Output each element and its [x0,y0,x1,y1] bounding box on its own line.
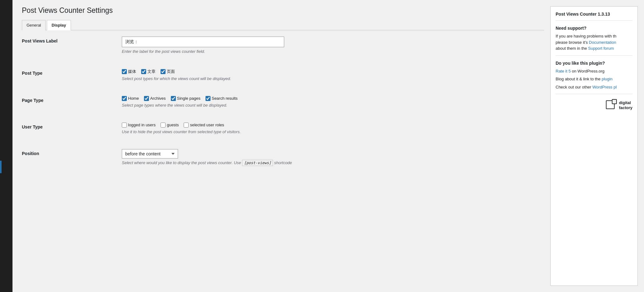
widget-rate-suffix: on WordPress.org [572,69,605,73]
post-type-hint: Select post types for which the views co… [122,76,544,81]
widget-documentation-link[interactable]: Documentation [589,40,616,45]
widget-support-mid: please browse it's [556,40,588,45]
tabs-container: General Display [22,20,544,30]
widget-rate-text: Rate it 5 on WordPress.org [556,68,632,74]
page-type-checkboxes: Home Archives Single pages Search r [122,96,544,101]
post-views-label-input[interactable] [122,37,284,47]
position-label: Position [22,149,122,156]
position-hint-suffix: shortcode [274,160,292,165]
page-type-search-label[interactable]: Search results [212,96,238,101]
widget-support-text: If you are having problems with th pleas… [556,33,632,52]
digital-factory-logo: digital factory [556,99,632,111]
widget-plugin-link[interactable]: plugin [602,77,612,81]
widget-plugin-name: Post Views Counter 1.3.13 [556,12,632,17]
page-type-search-checkbox[interactable] [206,96,211,101]
tab-display[interactable]: Display [47,20,71,30]
position-select[interactable]: before the content after the content man… [122,149,178,159]
tab-general[interactable]: General [22,20,46,30]
main-content: Post Views Counter Settings General Disp… [12,0,644,292]
widget-checkout-prefix: Check out our other [556,85,591,89]
page-type-archives-item: Archives [144,96,166,101]
widget-support-title: Need support? [556,26,632,31]
widget-support-prefix: If you are having problems with th [556,34,616,38]
sidebar [0,0,12,292]
user-type-hint: Use it to hide the post views counter fr… [122,129,544,134]
post-type-media-checkbox[interactable] [122,69,127,74]
page-type-hint: Select page types where the views count … [122,103,544,108]
page-type-control: Home Archives Single pages Search r [122,96,544,108]
user-type-roles-item: selected user roles [184,123,224,128]
page-type-archives-checkbox[interactable] [144,96,149,101]
position-hint-prefix: Select where would you like to display t… [122,160,241,165]
settings-form: Post Views Label Enter the label for the… [22,37,544,173]
position-row: Position before the content after the co… [22,149,544,173]
widget-divider-2 [556,55,632,56]
post-type-article-checkbox[interactable] [141,69,146,74]
settings-area: Post Views Counter Settings General Disp… [22,6,544,286]
user-type-roles-checkbox[interactable] [184,123,189,128]
position-shortcode: [post-views] [242,160,273,166]
page-type-single-item: Single pages [171,96,201,101]
digital-factory-icon [606,99,617,111]
post-type-page-label[interactable]: 页面 [167,69,175,74]
widget-support-mid2: about them in the [556,46,587,51]
post-type-media-label[interactable]: 媒体 [128,69,136,74]
position-control: before the content after the content man… [122,149,544,165]
widget-like-title: Do you like this plugin? [556,61,632,66]
user-type-guests-checkbox[interactable] [161,123,166,128]
page-type-archives-label[interactable]: Archives [150,96,166,101]
page-title: Post Views Counter Settings [22,6,544,15]
widget-divider-3 [556,94,632,94]
user-type-control: logged in users guests selected user rol… [122,123,544,134]
post-type-control: 媒体 文章 页面 Select post types for which the… [122,69,544,81]
user-type-loggedin-checkbox[interactable] [122,123,127,128]
post-type-checkboxes: 媒体 文章 页面 [122,69,544,74]
post-type-label: Post Type [22,69,122,76]
user-type-loggedin-label[interactable]: logged in users [128,123,156,127]
widget-divider-1 [556,20,632,21]
page-type-label: Page Type [22,96,122,103]
post-type-article-label[interactable]: 文章 [147,69,156,74]
post-views-label-hint: Enter the label for the post views count… [122,49,544,54]
widget-support-forum-link[interactable]: Support forum [588,46,614,51]
digital-factory-line1: digital [619,100,632,105]
post-type-media-item: 媒体 [122,69,136,74]
post-views-label-row: Post Views Label Enter the label for the… [22,37,544,61]
post-type-article-item: 文章 [141,69,156,74]
position-hint: Select where would you like to display t… [122,160,544,165]
user-type-checkboxes: logged in users guests selected user rol… [122,123,544,128]
post-views-label-control: Enter the label for the post views count… [122,37,544,54]
post-views-label-label: Post Views Label [22,37,122,43]
post-type-page-item: 页面 [161,69,175,74]
user-type-guests-label[interactable]: guests [167,123,179,127]
user-type-roles-label[interactable]: selected user roles [190,123,224,127]
widget-checkout-text: Check out our other WordPress pl [556,84,632,90]
sidebar-widget: Post Views Counter 1.3.13 Need support? … [550,6,638,286]
digital-factory-text: digital factory [619,100,632,110]
page-type-search-item: Search results [206,96,238,101]
widget-blog-text: Blog about it & link to the plugin [556,76,632,82]
post-type-row: Post Type 媒体 文章 页面 [22,69,544,88]
post-type-page-checkbox[interactable] [161,69,166,74]
page-type-home-item: Home [122,96,139,101]
user-type-guests-item: guests [161,123,179,128]
page-type-home-label[interactable]: Home [128,96,139,101]
user-type-loggedin-item: logged in users [122,123,156,128]
page-type-single-label[interactable]: Single pages [177,96,201,101]
widget-rate-link[interactable]: Rate it 5 [556,69,571,73]
widget-wordpress-link[interactable]: WordPress pl [592,85,617,89]
svg-rect-1 [612,99,617,104]
digital-factory-line2: factory [619,105,632,110]
page-type-row: Page Type Home Archives Sing [22,96,544,115]
page-type-home-checkbox[interactable] [122,96,127,101]
user-type-label: User Type [22,123,122,129]
widget-blog-prefix: Blog about it & link to the [556,77,601,81]
page-type-single-checkbox[interactable] [171,96,176,101]
user-type-row: User Type logged in users guests [22,123,544,142]
sidebar-accent [0,161,2,173]
